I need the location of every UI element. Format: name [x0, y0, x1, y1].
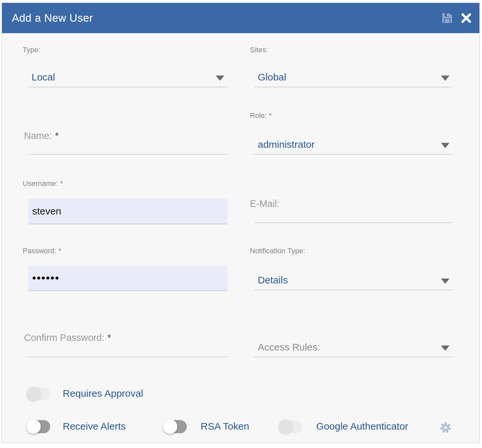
password-label: Password: *	[23, 247, 61, 255]
type-label: Type:	[23, 46, 40, 54]
dialog-header: Add a New User	[2, 3, 479, 33]
toggle-knob	[26, 387, 41, 401]
sites-select-value: Global	[258, 72, 286, 83]
requires-approval-toggle[interactable]	[27, 387, 50, 400]
toggle-knob	[26, 419, 41, 434]
close-icon[interactable]	[461, 13, 471, 23]
notification-type-select[interactable]: Details	[254, 267, 453, 290]
type-select[interactable]: Local	[28, 64, 228, 87]
chevron-down-icon	[441, 279, 449, 284]
notification-type-label: Notification Type:	[250, 247, 305, 255]
google-authenticator-toggle[interactable]	[279, 420, 302, 433]
save-icon[interactable]	[441, 12, 453, 24]
dialog-title: Add a New User	[12, 12, 93, 24]
username-value: steven	[32, 206, 61, 217]
chevron-down-icon	[441, 346, 449, 351]
rsa-token-label: RSA Token	[201, 421, 249, 432]
role-label: Role: *	[250, 111, 272, 120]
receive-alerts-toggle[interactable]	[27, 420, 50, 433]
access-rules-select[interactable]: Access Rules:	[254, 334, 453, 357]
toggle-knob	[163, 419, 177, 434]
header-actions	[441, 3, 471, 33]
role-select[interactable]: administrator	[254, 131, 453, 155]
password-input[interactable]: ••••••	[28, 266, 228, 291]
chevron-down-icon	[441, 143, 449, 148]
add-user-dialog: Add a New User Type: Local Sites:	[2, 3, 480, 443]
receive-alerts-label: Receive Alerts	[63, 421, 126, 432]
google-authenticator-label: Google Authenticator	[316, 421, 408, 432]
requires-approval-label: Requires Approval	[63, 388, 143, 399]
username-label: Username: *	[23, 179, 63, 188]
toggle-knob	[278, 419, 293, 434]
sites-label: Sites:	[250, 46, 268, 54]
chevron-down-icon	[441, 76, 449, 81]
username-input[interactable]: steven	[28, 198, 228, 224]
password-masked-value: ••••••	[32, 272, 59, 284]
email-input[interactable]	[254, 203, 453, 223]
name-input[interactable]	[28, 134, 228, 155]
chevron-down-icon	[216, 76, 224, 81]
role-select-value: administrator	[258, 139, 315, 150]
rsa-token-toggle[interactable]	[164, 420, 187, 433]
confirm-password-input[interactable]	[28, 338, 228, 357]
notification-type-select-value: Details	[258, 275, 288, 286]
gear-icon[interactable]	[439, 421, 452, 436]
type-select-value: Local	[32, 72, 55, 83]
access-rules-select-placeholder: Access Rules:	[258, 342, 320, 353]
sites-select[interactable]: Global	[254, 64, 453, 87]
